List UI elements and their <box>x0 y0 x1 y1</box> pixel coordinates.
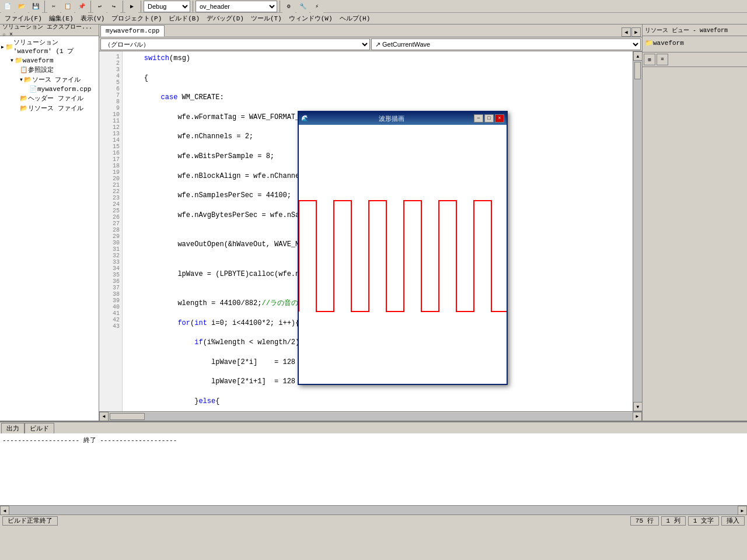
solution-icon: 📁 <box>5 43 13 51</box>
wave-content <box>299 125 507 384</box>
header-label: ヘッダー ファイル <box>28 94 83 103</box>
scroll-left-btn[interactable]: ◀ <box>99 412 109 421</box>
nav-arrows: ◀ ▶ <box>622 27 641 37</box>
wave-svg <box>299 125 507 384</box>
source-label: ソース ファイル <box>32 75 81 84</box>
prev-tab-btn[interactable]: ◀ <box>622 27 631 37</box>
solution-label: ソリューション 'waveform' (1 プ <box>13 38 97 55</box>
wave-window: 🌊 波形描画 − □ × <box>298 111 508 385</box>
right-tree-icon: 📁 <box>645 39 653 47</box>
build-tab[interactable]: ビルド <box>25 423 54 433</box>
right-panel: リソース ビュー - waveform 📁 waveform ⊞ ≡ <box>642 24 747 421</box>
settings-btn[interactable]: ⚙ <box>282 0 295 13</box>
func-select[interactable]: ↗ GetCurrentWave <box>371 38 641 50</box>
tab-bar: mywaveform.cpp ◀ ▶ <box>99 24 642 37</box>
output-tab[interactable]: 出力 <box>1 423 25 433</box>
project-label: waveform <box>23 57 54 64</box>
redo-btn[interactable]: ↪ <box>107 0 120 13</box>
sep2 <box>90 1 91 12</box>
vertical-scrollbar[interactable]: ▲ ▼ <box>633 51 642 411</box>
svg-rect-0 <box>299 125 507 384</box>
toolbar-row1: 📄 📂 💾 ✂ 📋 📌 ↩ ↪ ▶ Debug ov_header ⚙ 🔧 ⚡ <box>0 0 747 13</box>
bottom-tabs: 出力 ビルド <box>0 422 747 433</box>
source-icon: 📂 <box>24 76 32 83</box>
right-panel-btn2[interactable]: ≡ <box>657 54 668 65</box>
cut-btn[interactable]: ✂ <box>47 0 60 13</box>
paste-btn[interactable]: 📌 <box>75 0 88 13</box>
bottom-scroll-left[interactable]: ◀ <box>0 506 9 515</box>
editor-tab-mywaveform[interactable]: mywaveform.cpp <box>100 25 165 37</box>
open-btn[interactable]: 📂 <box>15 0 28 13</box>
build-btn[interactable]: ▶ <box>125 0 138 13</box>
project-icon: 📁 <box>15 57 23 64</box>
refs-icon: 📋 <box>20 66 28 74</box>
copy-btn[interactable]: 📋 <box>61 0 74 13</box>
tree-solution[interactable]: ▶ 📁 ソリューション 'waveform' (1 プ <box>1 37 97 56</box>
scroll-up-btn[interactable]: ▲ <box>633 51 642 61</box>
save-btn[interactable]: 💾 <box>29 0 42 13</box>
debug3-btn[interactable]: ⚡ <box>310 0 323 13</box>
sep5 <box>193 1 193 12</box>
status-text: ビルド正常終了 <box>2 516 58 526</box>
horizontal-scrollbar[interactable]: ◀ ▶ <box>99 411 642 421</box>
solution-explorer: ソリューション エクスプロー... ☆ × ▶ 📁 ソリューション 'wavef… <box>0 24 99 421</box>
new-btn[interactable]: 📄 <box>1 0 14 13</box>
tree-project[interactable]: ▼ 📁 waveform <box>1 56 97 65</box>
wave-close-btn[interactable]: × <box>495 114 504 123</box>
right-panel-title: リソース ビュー - waveform <box>645 26 728 34</box>
sep4 <box>141 1 141 12</box>
right-tree-item[interactable]: 📁 waveform <box>645 38 745 47</box>
tree-resource[interactable]: 📂 リソース ファイル <box>1 103 97 113</box>
wave-minimize-btn[interactable]: − <box>474 114 483 123</box>
menu-help[interactable]: ヘルプ(H) <box>336 13 374 24</box>
status-col: 1 列 <box>661 516 686 526</box>
project-select[interactable]: ov_header <box>196 1 277 12</box>
right-panel-body <box>643 67 747 421</box>
scroll-right-btn[interactable]: ▶ <box>633 412 642 421</box>
status-bar: ビルド正常終了 75 行 1 列 1 文字 挿入 <box>0 514 747 526</box>
solution-explorer-header: ソリューション エクスプロー... ☆ × <box>0 24 99 36</box>
source-expand-icon: ▼ <box>20 77 23 82</box>
expand-icon: ▶ <box>1 44 4 50</box>
menu-debug[interactable]: デバッグ(D) <box>203 13 247 24</box>
tab-label: mywaveform.cpp <box>106 27 159 34</box>
sep1 <box>44 1 45 12</box>
dropdown-bar: （グローバル） ↗ GetCurrentWave <box>99 37 642 51</box>
wave-window-title: 波形描画 <box>379 114 404 123</box>
bottom-scrollbar[interactable]: ◀ ▶ <box>0 505 747 514</box>
status-char: 1 文字 <box>688 516 719 526</box>
wave-window-icon: 🌊 <box>301 115 309 123</box>
header-icon: 📂 <box>20 94 28 102</box>
scroll-down-btn[interactable]: ▼ <box>633 402 642 411</box>
cpp-file-label: mywaveform.cpp <box>37 86 91 93</box>
tree-cpp-file[interactable]: 📄 mywaveform.cpp <box>1 85 97 93</box>
wave-maximize-btn[interactable]: □ <box>484 114 494 123</box>
scroll-thumb[interactable] <box>634 62 641 79</box>
bottom-scroll-right[interactable]: ▶ <box>738 506 747 515</box>
next-tab-btn[interactable]: ▶ <box>631 27 641 37</box>
tree-refs[interactable]: 📋 参照設定 <box>1 65 97 75</box>
tree-header[interactable]: 📂 ヘッダー ファイル <box>1 93 97 103</box>
line-numbers: 12345 678910 1112131415 1617181920 21222… <box>99 51 123 411</box>
wave-title-buttons: − □ × <box>474 114 504 123</box>
output-panel: -------------------- 終了 ----------------… <box>0 433 747 505</box>
right-panel-btn1[interactable]: ⊞ <box>644 54 655 65</box>
sep3 <box>123 1 123 12</box>
menu-tools[interactable]: ツール(T) <box>247 13 285 24</box>
scroll-track[interactable] <box>633 61 642 402</box>
wave-window-title-bar: 🌊 波形描画 − □ × <box>299 112 507 125</box>
resource-label: リソース ファイル <box>28 104 83 113</box>
debug-select[interactable]: Debug <box>144 1 190 12</box>
menu-window[interactable]: ウィンドウ(W) <box>285 13 336 24</box>
scope-select[interactable]: （グローバル） <box>100 38 370 50</box>
project-expand-icon: ▼ <box>11 58 13 63</box>
menu-project[interactable]: プロジェクト(P) <box>108 13 165 24</box>
bottom-area: 出力 ビルド -------------------- 終了 ---------… <box>0 421 747 514</box>
editor-area: mywaveform.cpp ◀ ▶ （グローバル） ↗ GetCurrentW… <box>99 24 642 421</box>
menu-build[interactable]: ビルド(B) <box>165 13 203 24</box>
right-panel-header: リソース ビュー - waveform <box>643 24 747 36</box>
tree-source[interactable]: ▼ 📂 ソース ファイル <box>1 75 97 85</box>
right-tree-label: waveform <box>653 40 684 47</box>
undo-btn[interactable]: ↩ <box>93 0 106 13</box>
debug2-btn[interactable]: 🔧 <box>296 0 309 13</box>
